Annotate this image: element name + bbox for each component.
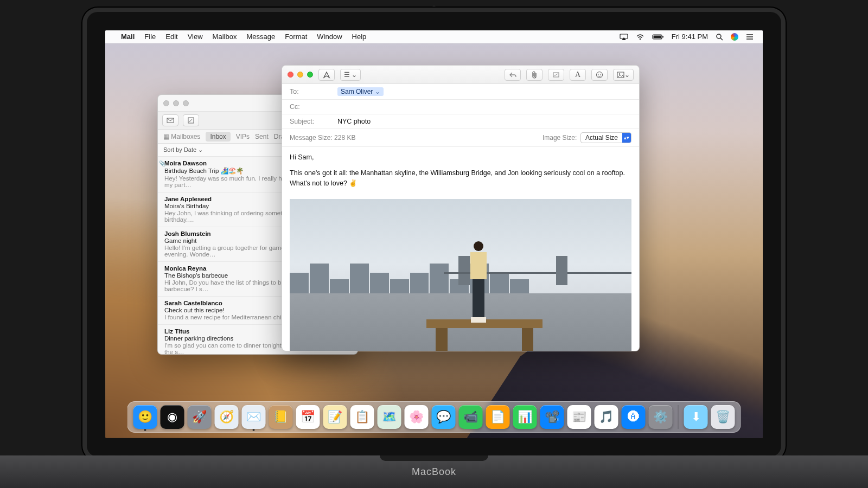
screen-bezel: Mail FileEditViewMailboxMessageFormatWin… (87, 12, 781, 457)
menubar-clock[interactable]: Fri 9:41 PM (672, 33, 708, 41)
scope-sent[interactable]: Sent (255, 133, 269, 140)
message-from: Liz Titus (164, 328, 189, 335)
dock-app-launchpad[interactable]: 🚀 (188, 405, 212, 429)
traffic-lights[interactable] (288, 72, 313, 78)
dock-app-facetime[interactable]: 📹 (459, 405, 483, 429)
markup-button[interactable] (548, 69, 564, 81)
dock-app-itunes[interactable]: 🎵 (595, 405, 618, 429)
scope-vips[interactable]: VIPs (236, 133, 250, 140)
menu-window[interactable]: Window (317, 33, 342, 41)
dock-app-siri[interactable]: ◉ (161, 405, 184, 429)
dock-app-safari[interactable]: 🧭 (215, 405, 239, 429)
svg-point-24 (600, 74, 601, 75)
camera-dot (432, 5, 436, 10)
menu-message[interactable]: Message (246, 33, 275, 41)
dock-app-numbers[interactable]: 📊 (513, 405, 537, 429)
reply-button[interactable] (505, 69, 521, 81)
airplay-icon[interactable] (620, 34, 628, 40)
svg-rect-4 (653, 35, 661, 38)
dock-app-messages[interactable]: 💬 (432, 405, 456, 429)
to-recipient-chip[interactable]: Sam Oliver (337, 87, 384, 96)
get-mail-button[interactable] (162, 114, 178, 126)
menubar: Mail FileEditViewMailboxMessageFormatWin… (105, 30, 763, 43)
scope-inbox[interactable]: Inbox (206, 132, 230, 142)
svg-point-26 (619, 73, 620, 74)
compose-window: ☰ ⌄ A ⌄ To: Sam Oliver Cc: (282, 65, 640, 351)
message-from: Jane Appleseed (164, 196, 212, 202)
spotlight-icon[interactable] (716, 33, 723, 41)
laptop-frame: Mail FileEditViewMailboxMessageFormatWin… (0, 0, 868, 488)
message-from: Sarah Castelblanco (164, 300, 222, 306)
dock-app-news[interactable]: 📰 (567, 405, 591, 429)
to-row[interactable]: To: Sam Oliver (282, 84, 639, 100)
battery-icon[interactable] (652, 34, 664, 40)
menu-app[interactable]: Mail (121, 33, 135, 41)
dock-app-pages[interactable]: 📄 (486, 405, 510, 429)
dock-app-reminders[interactable]: 📋 (350, 405, 374, 429)
menu-help[interactable]: Help (352, 33, 367, 41)
svg-point-23 (598, 74, 599, 75)
message-size: Message Size: 228 KB (290, 134, 355, 142)
dock-app-mail[interactable]: ✉️ (242, 405, 266, 429)
photo-browser-button[interactable]: ⌄ (613, 69, 634, 81)
desktop: Mail FileEditViewMailboxMessageFormatWin… (105, 30, 763, 438)
attachment-icon: 📎 (159, 160, 165, 166)
size-row: Message Size: 228 KB Image Size: Actual … (282, 129, 639, 147)
compose-titlebar[interactable]: ☰ ⌄ A ⌄ (282, 66, 639, 84)
dock-app-finder[interactable]: 🙂 (133, 405, 157, 429)
subject-row[interactable]: Subject: NYC photo (282, 114, 639, 129)
running-indicator (253, 429, 255, 431)
header-fields-button[interactable]: ☰ ⌄ (340, 69, 361, 81)
send-button[interactable] (318, 69, 335, 81)
svg-point-2 (640, 38, 641, 40)
image-size-label: Image Size: (542, 134, 577, 142)
cc-label: Cc: (290, 103, 333, 111)
compose-body[interactable]: Hi Sam, This one's got it all: the Manha… (282, 147, 639, 194)
menu-view[interactable]: View (188, 33, 203, 41)
notification-center-icon[interactable] (746, 34, 754, 40)
attach-button[interactable] (526, 69, 542, 81)
format-button[interactable]: A (570, 69, 586, 81)
to-label: To: (290, 88, 333, 95)
dock-downloads[interactable]: ⬇︎ (684, 405, 708, 429)
dock-app-keynote[interactable]: 📽️ (540, 405, 564, 429)
dock-app-calendar[interactable]: 📅 (296, 405, 320, 429)
menu-edit[interactable]: Edit (165, 33, 177, 41)
svg-rect-5 (662, 36, 663, 37)
svg-point-22 (597, 72, 603, 78)
subject-field[interactable]: NYC photo (337, 118, 631, 125)
compose-button[interactable] (183, 114, 199, 126)
attached-photo[interactable] (290, 199, 631, 351)
dock-app-maps[interactable]: 🗺️ (378, 405, 401, 429)
laptop-base: MacBook (0, 455, 868, 488)
dock-app-appstore[interactable]: 🅐 (622, 405, 646, 429)
subject-label: Subject: (290, 118, 333, 125)
emoji-button[interactable] (591, 69, 608, 81)
image-size-select[interactable]: Actual Size ▴▾ (580, 132, 631, 143)
menu-format[interactable]: Format (285, 33, 307, 41)
message-from: Moira Dawson (164, 160, 207, 166)
wifi-icon[interactable] (636, 34, 644, 40)
siri-icon[interactable] (731, 33, 738, 41)
svg-point-6 (717, 34, 721, 38)
traffic-lights[interactable] (163, 100, 189, 106)
menu-mailbox[interactable]: Mailbox (213, 33, 237, 41)
svg-line-7 (720, 38, 723, 40)
dock-app-preferences[interactable]: ⚙️ (649, 405, 673, 429)
cc-row[interactable]: Cc: (282, 100, 639, 114)
compose-headers: To: Sam Oliver Cc: Subject: NYC photo Me… (282, 84, 639, 147)
message-from: Josh Blumstein (164, 230, 211, 237)
dock-trash[interactable]: 🗑️ (711, 405, 735, 429)
dock-app-notes[interactable]: 📝 (323, 405, 347, 429)
laptop-label: MacBook (412, 466, 456, 478)
body-greeting: Hi Sam, (290, 152, 631, 163)
running-indicator (144, 429, 146, 431)
dock: 🙂◉🚀🧭✉️📒📅📝📋🗺️🌸💬📹📄📊📽️📰🎵🅐⚙️⬇︎🗑️ (127, 401, 741, 433)
dock-app-contacts[interactable]: 📒 (269, 405, 293, 429)
scope-mailboxes[interactable]: ▦ Mailboxes (163, 133, 200, 140)
menu-file[interactable]: File (144, 33, 156, 41)
sort-by-button[interactable]: Sort by Date (163, 146, 203, 153)
image-size-control: Image Size: Actual Size ▴▾ (542, 132, 631, 143)
dock-app-photos[interactable]: 🌸 (405, 405, 429, 429)
dock-divider (678, 405, 679, 429)
